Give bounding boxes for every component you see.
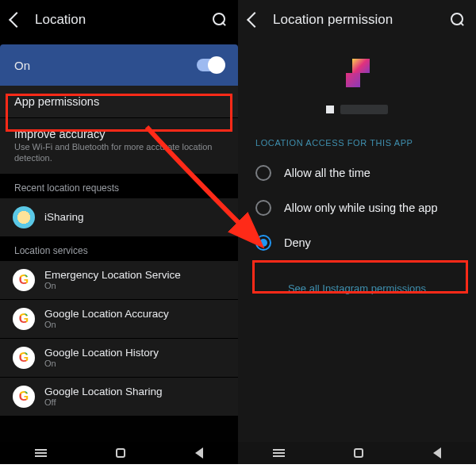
android-nav-bar bbox=[0, 442, 238, 464]
service-status: On bbox=[44, 359, 159, 368]
app-name-redacted bbox=[340, 105, 388, 114]
option-label: Allow only while using the app bbox=[284, 202, 437, 214]
nav-home-icon[interactable] bbox=[116, 448, 125, 458]
service-name: Google Location Sharing bbox=[44, 386, 163, 397]
header: Location permission bbox=[238, 0, 476, 40]
option-label: Deny bbox=[284, 236, 311, 249]
back-icon[interactable] bbox=[9, 12, 25, 28]
recent-requests-header: Recent location requests bbox=[0, 175, 238, 198]
option-label: Allow all the time bbox=[284, 167, 370, 179]
service-status: Off bbox=[44, 397, 163, 407]
service-google-location-history[interactable]: G Google Location History On bbox=[0, 339, 238, 378]
google-icon: G bbox=[13, 347, 35, 369]
location-settings-screen: Location On App permissions Improve accu… bbox=[0, 0, 238, 464]
service-name: Google Location Accuracy bbox=[44, 308, 169, 320]
android-nav-bar bbox=[238, 442, 476, 464]
nav-home-icon[interactable] bbox=[354, 448, 363, 458]
location-services-header: Location services bbox=[0, 237, 238, 261]
radio-checked-icon bbox=[255, 235, 271, 251]
location-access-section-header: LOCATION ACCESS FOR THIS APP bbox=[238, 138, 476, 155]
see-all-permissions-link[interactable]: See all Instagram permissions bbox=[238, 282, 476, 294]
page-title: Location permission bbox=[273, 12, 451, 28]
nav-recents-icon[interactable] bbox=[273, 452, 285, 454]
radio-unchecked-icon bbox=[255, 165, 271, 181]
google-icon: G bbox=[13, 308, 35, 330]
option-allow-all-time[interactable]: Allow all the time bbox=[238, 155, 476, 190]
header: Location bbox=[0, 0, 238, 40]
location-permission-screen: Location permission LOCATION ACCESS FOR … bbox=[238, 0, 476, 464]
improve-accuracy-title: Improve accuracy bbox=[14, 128, 224, 140]
option-allow-while-using[interactable]: Allow only while using the app bbox=[238, 190, 476, 225]
app-indicator-icon bbox=[326, 106, 334, 113]
service-name: Emergency Location Service bbox=[44, 269, 181, 281]
toggle-label: On bbox=[14, 59, 197, 72]
app-permissions-row[interactable]: App permissions bbox=[0, 86, 238, 118]
search-icon[interactable] bbox=[213, 13, 227, 27]
improve-accuracy-desc: Use Wi-Fi and Bluetooth for more accurat… bbox=[14, 142, 224, 164]
option-deny[interactable]: Deny bbox=[238, 225, 476, 260]
google-icon: G bbox=[13, 269, 35, 291]
location-master-toggle-row[interactable]: On bbox=[0, 44, 238, 86]
nav-back-icon[interactable] bbox=[195, 447, 203, 459]
google-icon: G bbox=[13, 386, 35, 408]
service-status: On bbox=[44, 320, 169, 329]
recent-app-name: iSharing bbox=[44, 211, 84, 223]
app-permissions-label: App permissions bbox=[14, 95, 224, 108]
service-google-location-accuracy[interactable]: G Google Location Accuracy On bbox=[0, 300, 238, 339]
service-status: On bbox=[44, 281, 181, 290]
recent-app-isharing[interactable]: iSharing bbox=[0, 198, 238, 237]
service-name: Google Location History bbox=[44, 347, 159, 359]
back-icon[interactable] bbox=[247, 12, 263, 28]
app-identity-block bbox=[238, 40, 476, 138]
instagram-app-icon bbox=[338, 59, 376, 97]
search-icon[interactable] bbox=[451, 13, 465, 27]
service-emergency-location[interactable]: G Emergency Location Service On bbox=[0, 261, 238, 300]
improve-accuracy-row[interactable]: Improve accuracy Use Wi-Fi and Bluetooth… bbox=[0, 118, 238, 175]
isharing-app-icon bbox=[13, 206, 35, 228]
page-title: Location bbox=[35, 12, 213, 28]
toggle-switch-on[interactable] bbox=[197, 59, 224, 71]
nav-recents-icon[interactable] bbox=[35, 452, 47, 454]
nav-back-icon[interactable] bbox=[433, 447, 441, 459]
service-google-location-sharing[interactable]: G Google Location Sharing Off bbox=[0, 378, 238, 416]
radio-unchecked-icon bbox=[255, 200, 271, 216]
